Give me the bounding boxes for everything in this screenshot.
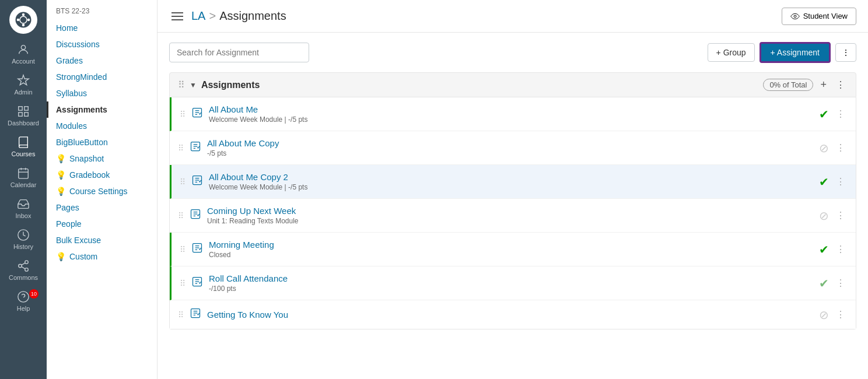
assignment-kebab-button[interactable]: ⋮ <box>834 176 848 187</box>
course-label: BTS 22-23 <box>47 7 157 20</box>
more-options-button[interactable]: ⋮ <box>835 43 856 62</box>
breadcrumb-la-link[interactable]: LA <box>191 9 205 23</box>
assignment-status: ✔ ⋮ <box>819 243 848 257</box>
assignment-title[interactable]: All About Me Copy <box>207 138 279 148</box>
svg-rect-11 <box>19 169 29 179</box>
svg-rect-10 <box>24 113 28 116</box>
assignment-type-icon <box>191 242 203 257</box>
assignment-status: ⊘ ⋮ <box>819 141 848 155</box>
sidebar-link-custom[interactable]: 💡 Custom <box>47 248 157 265</box>
assignment-type-icon <box>191 107 203 121</box>
sidebar-link-grades[interactable]: Grades <box>47 52 157 69</box>
svg-point-3 <box>22 24 25 27</box>
assignment-meta: Closed <box>209 251 813 259</box>
sidebar-link-discussions[interactable]: Discussions <box>47 36 157 52</box>
breadcrumb-page: Assignments <box>219 9 286 23</box>
sidebar-link-modules[interactable]: Modules <box>47 118 157 134</box>
bulb-icon-course-settings: 💡 <box>56 187 66 196</box>
nav-item-calendar[interactable]: Calendar <box>0 162 47 193</box>
svg-point-18 <box>25 268 29 272</box>
sidebar-link-assignments[interactable]: Assignments <box>47 101 157 118</box>
assignment-kebab-button[interactable]: ⋮ <box>834 108 848 120</box>
app-logo[interactable] <box>9 6 37 34</box>
row-drag-handle[interactable]: ⠿ <box>180 279 186 288</box>
group-drag-handle[interactable]: ⠿ <box>178 79 185 90</box>
add-group-button[interactable]: + Group <box>708 43 755 62</box>
add-assignment-button[interactable]: + Assignment <box>760 42 831 63</box>
status-check-icon: ✔ <box>819 175 829 189</box>
row-drag-handle[interactable]: ⠿ <box>180 245 186 254</box>
nav-item-dashboard[interactable]: Dashboard <box>0 100 47 131</box>
assignment-status: ⊘ ⋮ <box>819 308 848 322</box>
group-header: ⠿ ▼ Assignments 0% of Total + ⋮ <box>169 72 856 97</box>
assignment-type-icon <box>190 208 201 223</box>
assignment-row: ⠿ Coming Up Next Week Unit 1: Reading Te… <box>170 199 856 233</box>
nav-item-commons[interactable]: Commons <box>0 255 47 286</box>
sidebar-link-course-settings[interactable]: 💡 Course Settings <box>47 183 157 199</box>
assignment-title[interactable]: Getting To Know You <box>207 310 288 320</box>
nav-item-history[interactable]: History <box>0 224 47 255</box>
row-drag-handle[interactable]: ⠿ <box>178 310 184 320</box>
assignment-info: All About Me Welcome Week Module | -/5 p… <box>209 104 813 124</box>
nav-item-inbox[interactable]: Inbox <box>0 193 47 224</box>
svg-rect-8 <box>24 107 28 110</box>
row-drag-handle[interactable]: ⠿ <box>180 110 186 119</box>
svg-point-5 <box>27 19 30 22</box>
sidebar-link-home[interactable]: Home <box>47 20 157 36</box>
assignment-kebab-button[interactable]: ⋮ <box>834 244 848 255</box>
bulb-icon-custom: 💡 <box>56 252 66 261</box>
sidebar-link-pages[interactable]: Pages <box>47 199 157 216</box>
sidebar-link-bigbluebutton[interactable]: BigBlueButton <box>47 134 157 150</box>
sidebar-link-syllabus[interactable]: Syllabus <box>47 85 157 101</box>
sidebar-link-gradebook[interactable]: 💡 Gradebook <box>47 167 157 183</box>
breadcrumb: LA > Assignments <box>191 9 286 23</box>
assignment-kebab-button[interactable]: ⋮ <box>834 278 848 289</box>
row-drag-handle[interactable]: ⠿ <box>178 211 184 220</box>
status-check-icon: ✔ <box>819 107 829 121</box>
assignment-title[interactable]: All About Me Copy 2 <box>209 172 288 182</box>
svg-point-6 <box>21 45 25 50</box>
status-check-light-icon: ✔ <box>819 276 829 290</box>
search-input[interactable] <box>169 43 309 62</box>
group-collapse-button[interactable]: ▼ <box>190 81 197 89</box>
sidebar-link-people[interactable]: People <box>47 216 157 232</box>
nav-item-admin[interactable]: Admin <box>0 69 47 100</box>
bulb-icon-snapshot: 💡 <box>56 154 66 163</box>
assignment-title[interactable]: Coming Up Next Week <box>207 206 296 216</box>
nav-item-account[interactable]: Account <box>0 38 47 69</box>
svg-point-4 <box>17 19 20 22</box>
group-add-button[interactable]: + <box>818 79 829 91</box>
svg-rect-7 <box>19 107 22 110</box>
main-content: LA > Assignments Student View + Group + … <box>158 0 868 379</box>
status-none-icon: ⊘ <box>819 209 829 223</box>
assignment-title[interactable]: All About Me <box>209 104 258 114</box>
sidebar-link-snapshot[interactable]: 💡 Snapshot <box>47 150 157 167</box>
assignment-title[interactable]: Morning Meeting <box>209 240 274 250</box>
svg-line-20 <box>22 263 25 265</box>
action-row: + Group + Assignment ⋮ <box>169 42 856 63</box>
assignment-kebab-button[interactable]: ⋮ <box>834 210 848 221</box>
svg-point-16 <box>25 261 29 264</box>
nav-item-help[interactable]: Help 10 <box>0 286 47 317</box>
sidebar-link-bulk-excuse[interactable]: Bulk Excuse <box>47 232 157 248</box>
hamburger-line <box>172 16 183 17</box>
assignment-info: Getting To Know You <box>207 310 813 320</box>
status-none-icon: ⊘ <box>819 308 829 322</box>
assignment-meta: Welcome Week Module | -/5 pts <box>209 115 813 124</box>
assignment-kebab-button[interactable]: ⋮ <box>834 309 848 320</box>
svg-line-19 <box>22 266 25 269</box>
assignment-title[interactable]: Roll Call Attendance <box>209 273 288 283</box>
group-kebab-button[interactable]: ⋮ <box>834 79 848 90</box>
assignment-info: Coming Up Next Week Unit 1: Reading Text… <box>207 206 813 225</box>
sidebar-link-strongminded[interactable]: StrongMinded <box>47 69 157 85</box>
svg-point-2 <box>22 13 25 16</box>
assignment-row: ⠿ All About Me Welcome Week Module | -/5… <box>170 97 856 131</box>
row-drag-handle[interactable]: ⠿ <box>180 177 186 187</box>
row-drag-handle[interactable]: ⠿ <box>178 143 184 153</box>
assignment-kebab-button[interactable]: ⋮ <box>834 142 848 153</box>
group-title: Assignments <box>201 80 759 90</box>
student-view-button[interactable]: Student View <box>782 8 856 25</box>
assignment-status: ✔ ⋮ <box>819 107 848 121</box>
nav-item-courses[interactable]: Courses <box>0 131 47 162</box>
hamburger-button[interactable] <box>169 10 186 23</box>
